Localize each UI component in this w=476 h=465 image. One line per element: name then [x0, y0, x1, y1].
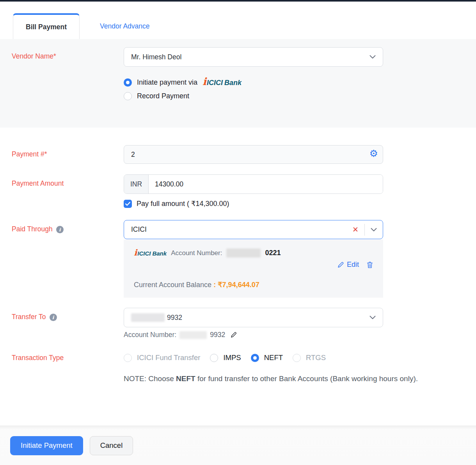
- transfer-to-account-line: Account Number: 9932: [124, 331, 383, 339]
- chevron-down-icon: [369, 55, 376, 59]
- radio-icici-fund-transfer[interactable]: ICICI Fund Transfer: [124, 353, 200, 362]
- paid-through-combobox: ✕: [124, 220, 383, 239]
- account-number-suffix: 9932: [210, 331, 225, 339]
- icici-bank-word: Bank: [152, 250, 167, 257]
- tab-bill-payment[interactable]: Bill Payment: [13, 13, 80, 39]
- radio-label: NEFT: [264, 353, 283, 362]
- icici-word: ICICI: [207, 79, 223, 87]
- tab-vendor-advance[interactable]: Vendor Advance: [87, 13, 162, 39]
- payment-amount-group: INR: [124, 174, 383, 194]
- currency-prefix: INR: [124, 175, 149, 193]
- icici-i-mark-icon: i: [202, 78, 206, 86]
- tab-bar: Bill Payment Vendor Advance: [0, 2, 476, 39]
- icici-bank-logo: iICICIBank: [134, 249, 167, 257]
- cancel-button[interactable]: Cancel: [90, 436, 133, 455]
- icici-bank-word: Bank: [224, 79, 242, 87]
- tab-vendor-advance-label: Vendor Advance: [100, 22, 149, 30]
- edit-account-link[interactable]: Edit: [337, 261, 359, 269]
- payment-number-label: Payment #*: [12, 150, 47, 158]
- radio-disabled-icon: [293, 354, 301, 362]
- radio-initiate-payment[interactable]: Initiate payment via iICICIBank: [124, 78, 383, 87]
- chevron-down-icon[interactable]: [365, 228, 383, 232]
- radio-disabled-icon: [124, 354, 132, 362]
- chevron-down-icon: [369, 316, 376, 319]
- transaction-type-label: Transaction Type: [12, 354, 64, 362]
- info-icon[interactable]: i: [50, 314, 57, 321]
- note-bold: NEFT: [176, 374, 195, 383]
- redacted-account-digits: [226, 248, 261, 257]
- transfer-to-value: 9932: [167, 314, 182, 322]
- trash-icon[interactable]: [367, 261, 373, 268]
- payment-amount-input[interactable]: [149, 175, 383, 193]
- record-payment-label: Record Payment: [137, 92, 189, 100]
- pay-full-amount-row: Pay full amount ( ₹14,300.00): [124, 199, 383, 208]
- radio-imps[interactable]: IMPS: [210, 353, 241, 362]
- note-prefix: NOTE: Choose: [124, 374, 176, 383]
- icici-i-mark-icon: i: [134, 249, 137, 256]
- info-icon[interactable]: i: [56, 226, 64, 233]
- pencil-icon: [337, 261, 344, 268]
- redacted-account-digits: [179, 331, 207, 339]
- radio-unselected-icon: [210, 354, 218, 362]
- balance-label: Current Account Balance: [134, 281, 211, 289]
- payment-amount-label: Payment Amount: [12, 179, 64, 188]
- radio-selected-icon: [251, 354, 259, 362]
- tab-bill-payment-label: Bill Payment: [26, 23, 67, 31]
- edit-label: Edit: [347, 261, 359, 269]
- paid-through-label: Paid Through: [12, 225, 53, 233]
- radio-label: RTGS: [306, 353, 326, 362]
- balance-colon: :: [213, 281, 216, 289]
- payment-number-input[interactable]: [124, 145, 383, 164]
- initiate-payment-label: Initiate payment via: [137, 78, 197, 87]
- paid-through-input[interactable]: [130, 225, 346, 234]
- vendor-name-value: Mr. Himesh Deol: [131, 53, 181, 61]
- transfer-to-label: Transfer To: [12, 313, 46, 321]
- radio-rtgs[interactable]: RTGS: [293, 353, 326, 362]
- footer-action-bar: Initiate Payment Cancel: [0, 426, 476, 465]
- initiate-payment-button[interactable]: Initiate Payment: [10, 436, 83, 455]
- vendor-name-select[interactable]: Mr. Himesh Deol: [124, 47, 383, 67]
- paid-through-account-panel: iICICIBank Account Number: 0221 Edit: [124, 240, 383, 298]
- account-number-label: Account Number:: [171, 249, 222, 257]
- neft-note: NOTE: Choose NEFT for fund transfer to o…: [124, 373, 421, 385]
- account-number-suffix: 0221: [265, 249, 281, 257]
- icici-word: ICICI: [137, 250, 151, 257]
- checkmark-icon: [125, 202, 130, 206]
- vendor-section: Vendor Name* Mr. Himesh Deol Initiate pa…: [0, 39, 476, 128]
- radio-label: IMPS: [223, 353, 241, 362]
- transaction-type-options: ICICI Fund Transfer IMPS NEFT RTGS: [124, 352, 436, 362]
- radio-selected-icon: [124, 78, 132, 87]
- form-body: Payment #* ⚙ Payment Amount INR Pay full…: [0, 128, 476, 426]
- gear-icon[interactable]: ⚙: [369, 149, 378, 158]
- radio-label: ICICI Fund Transfer: [137, 353, 200, 362]
- transfer-to-select[interactable]: 9932: [124, 308, 383, 327]
- redacted-account-digits: [131, 313, 165, 322]
- icici-bank-logo: iICICIBank: [202, 78, 242, 87]
- pay-full-amount-label: Pay full amount ( ₹14,300.00): [137, 199, 229, 208]
- account-number-label: Account Number:: [124, 331, 176, 339]
- pencil-icon[interactable]: [230, 331, 237, 339]
- clear-icon[interactable]: ✕: [346, 226, 364, 233]
- radio-neft[interactable]: NEFT: [251, 353, 283, 362]
- pay-full-amount-checkbox[interactable]: [124, 200, 132, 208]
- balance-value: ₹7,94,644.07: [218, 281, 259, 289]
- radio-unselected-icon: [124, 92, 132, 100]
- note-suffix: for fund transfer to other Bank Accounts…: [195, 374, 418, 383]
- vendor-name-label: Vendor Name*: [12, 52, 56, 60]
- radio-record-payment[interactable]: Record Payment: [124, 92, 383, 100]
